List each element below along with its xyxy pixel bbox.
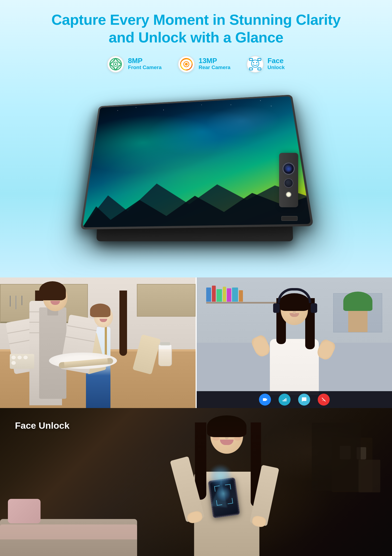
svg-rect-10 bbox=[258, 68, 261, 70]
svg-point-11 bbox=[252, 60, 259, 67]
face-unlock-mp: Face bbox=[267, 57, 285, 64]
face-unlock-text: Face Unlock bbox=[267, 57, 285, 71]
svg-rect-8 bbox=[258, 58, 261, 60]
bottom-section: Face Unlock bbox=[0, 408, 392, 556]
feature-face-unlock: Face Unlock bbox=[247, 56, 285, 73]
front-camera-icon bbox=[107, 56, 124, 73]
utensil-1 bbox=[10, 296, 11, 307]
rear-camera-text: 13MP Rear Camera bbox=[199, 57, 230, 71]
mom-hair bbox=[39, 281, 66, 300]
svg-point-13 bbox=[256, 62, 258, 63]
rear-camera-label: Rear Camera bbox=[199, 64, 230, 71]
tablet-image bbox=[81, 78, 312, 247]
front-camera-label: Front Camera bbox=[128, 64, 162, 71]
jar bbox=[158, 344, 172, 366]
title-line-1: Capture Every Moment in Stunning Clarity bbox=[51, 11, 341, 28]
kitchen-photo bbox=[0, 277, 196, 408]
camera-lens-main bbox=[283, 163, 295, 175]
video-call-photo bbox=[197, 277, 392, 408]
svg-point-2 bbox=[115, 63, 117, 65]
tablet-main-body bbox=[80, 95, 313, 230]
svg-rect-18 bbox=[285, 398, 286, 401]
main-title: Capture Every Moment in Stunning Clarity… bbox=[16, 11, 376, 46]
mom-hair-right bbox=[119, 291, 127, 356]
child-hair bbox=[90, 304, 110, 317]
feature-rear-camera: 13MP Rear Camera bbox=[178, 56, 230, 73]
camera-bump bbox=[279, 153, 298, 207]
video-controls-bar bbox=[197, 391, 392, 408]
camera-flash bbox=[286, 191, 292, 197]
bottom-person-hair bbox=[207, 415, 246, 437]
bottom-person-figure bbox=[165, 415, 288, 556]
svg-point-12 bbox=[253, 62, 254, 63]
vc-bg-item bbox=[333, 293, 382, 332]
video-chat-button[interactable] bbox=[298, 394, 310, 406]
front-camera-text: 8MP Front Camera bbox=[128, 57, 162, 71]
svg-rect-17 bbox=[284, 399, 285, 401]
tablet-screen bbox=[82, 96, 311, 227]
svg-point-6 bbox=[186, 64, 187, 65]
video-camera-button[interactable] bbox=[259, 394, 271, 406]
sofa bbox=[0, 519, 137, 556]
face-unlock-label: Unlock bbox=[267, 64, 285, 71]
title-line-2: and Unlock with a Glance bbox=[109, 29, 283, 45]
video-stats-button[interactable] bbox=[279, 394, 291, 406]
stars-effect bbox=[94, 96, 298, 151]
face-unlock-feature-icon bbox=[247, 56, 264, 73]
video-person bbox=[254, 293, 335, 395]
svg-rect-16 bbox=[283, 400, 283, 401]
face-unlock-label: Face Unlock bbox=[15, 420, 69, 431]
top-section: Capture Every Moment in Stunning Clarity… bbox=[0, 0, 392, 277]
pillow bbox=[8, 499, 41, 523]
cabinet-right bbox=[137, 284, 196, 317]
video-call-bg bbox=[197, 277, 392, 408]
bg-dark-object-1 bbox=[312, 423, 361, 491]
mountain-silhouette bbox=[82, 174, 311, 227]
usb-port bbox=[281, 216, 298, 221]
egg-carton bbox=[10, 354, 34, 369]
kitchen-bg bbox=[0, 277, 196, 408]
utensil-3 bbox=[21, 296, 22, 305]
bg-dark-object-2 bbox=[359, 460, 380, 492]
svg-rect-7 bbox=[249, 58, 253, 60]
camera-lens-secondary bbox=[284, 178, 293, 188]
features-row: 8MP Front Camera 13MP Rear bbox=[16, 56, 376, 73]
bottom-bg: Face Unlock bbox=[0, 408, 392, 556]
photos-section bbox=[0, 277, 392, 408]
headphone-ear-right bbox=[311, 303, 317, 313]
mom-apron bbox=[39, 307, 66, 399]
rear-camera-icon bbox=[178, 56, 195, 73]
video-end-button[interactable] bbox=[318, 394, 330, 406]
svg-line-19 bbox=[322, 398, 325, 401]
svg-rect-9 bbox=[249, 68, 253, 70]
face-scan-beam bbox=[208, 464, 233, 489]
rear-camera-mp: 13MP bbox=[199, 57, 230, 64]
front-camera-mp: 8MP bbox=[128, 57, 162, 64]
feature-front-camera: 8MP Front Camera bbox=[107, 56, 162, 73]
headphone-ear-left bbox=[273, 303, 280, 313]
utensil-2 bbox=[16, 296, 16, 309]
